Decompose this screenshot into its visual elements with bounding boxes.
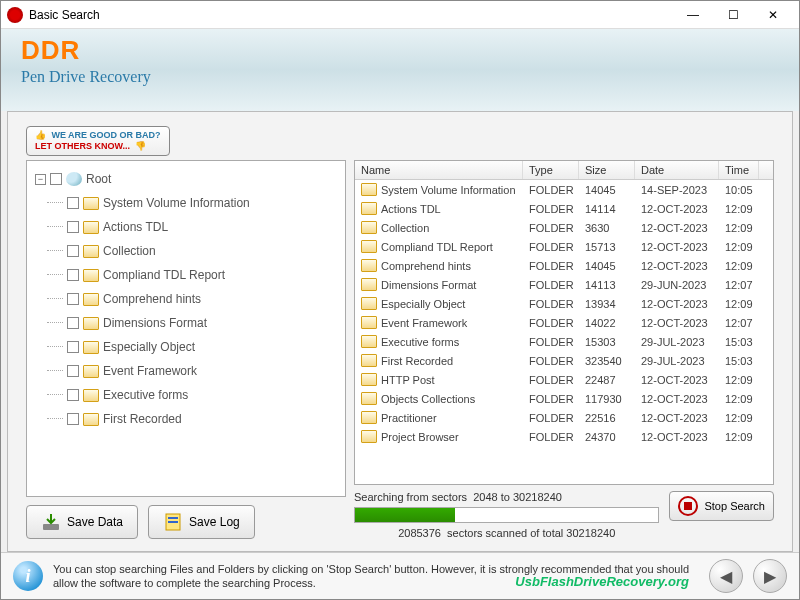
tree-item-label: Executive forms [103, 388, 188, 402]
tree-root-label: Root [86, 172, 111, 186]
thumb-up-icon: 👍 [35, 130, 46, 140]
thumb-down-icon: 👎 [135, 141, 146, 151]
checkbox[interactable] [67, 293, 79, 305]
folder-icon [361, 202, 377, 215]
tree-item-label: Comprehend hints [103, 292, 201, 306]
checkbox[interactable] [67, 389, 79, 401]
folder-icon [83, 245, 99, 258]
folder-icon [83, 317, 99, 330]
save-log-button[interactable]: Save Log [148, 505, 255, 539]
checkbox[interactable] [50, 173, 62, 185]
feedback-button[interactable]: 👍 WE ARE GOOD OR BAD? LET OTHERS KNOW...… [26, 126, 170, 156]
stop-search-button[interactable]: Stop Search [669, 491, 774, 521]
checkbox[interactable] [67, 413, 79, 425]
progress-status: 2085376 sectors scanned of total 3021824… [354, 527, 659, 539]
info-icon: i [13, 561, 43, 591]
tree-item-label: Event Framework [103, 364, 197, 378]
checkbox[interactable] [67, 365, 79, 377]
checkbox[interactable] [67, 245, 79, 257]
file-grid[interactable]: NameTypeSizeDateTimeSystem Volume Inform… [355, 161, 773, 484]
tree-item[interactable]: Comprehend hints [31, 287, 341, 311]
save-data-button[interactable]: Save Data [26, 505, 138, 539]
site-label: UsbFlashDriveRecovery.org [515, 574, 689, 589]
tree-item[interactable]: First Recorded [31, 407, 341, 431]
app-icon [7, 7, 23, 23]
minimize-button[interactable]: — [673, 4, 713, 26]
table-row[interactable]: HTTP PostFOLDER2248712-OCT-202312:09 [355, 370, 773, 389]
folder-icon [83, 413, 99, 426]
tree-item[interactable]: Actions TDL [31, 215, 341, 239]
checkbox[interactable] [67, 197, 79, 209]
table-row[interactable]: Actions TDLFOLDER1411412-OCT-202312:09 [355, 199, 773, 218]
tree-item[interactable]: Compliand TDL Report [31, 263, 341, 287]
action-buttons: Save Data Save Log [26, 497, 346, 539]
app-window: Basic Search — ☐ ✕ DDR Pen Drive Recover… [0, 0, 800, 600]
checkbox[interactable] [67, 269, 79, 281]
next-button[interactable]: ▶ [753, 559, 787, 593]
banner: DDR Pen Drive Recovery [1, 29, 799, 111]
tree-panel: −RootSystem Volume InformationActions TD… [26, 160, 346, 497]
window-title: Basic Search [29, 8, 673, 22]
folder-icon [361, 373, 377, 386]
titlebar: Basic Search — ☐ ✕ [1, 1, 799, 29]
folder-icon [361, 411, 377, 424]
folder-icon [361, 221, 377, 234]
table-row[interactable]: Objects CollectionsFOLDER11793012-OCT-20… [355, 389, 773, 408]
file-grid-panel: NameTypeSizeDateTimeSystem Volume Inform… [354, 160, 774, 485]
table-row[interactable]: Especially ObjectFOLDER1393412-OCT-20231… [355, 294, 773, 313]
col-size[interactable]: Size [579, 161, 635, 179]
left-column: −RootSystem Volume InformationActions TD… [26, 160, 346, 539]
tree-item-label: System Volume Information [103, 196, 250, 210]
feedback-area: 👍 WE ARE GOOD OR BAD? LET OTHERS KNOW...… [26, 126, 774, 156]
folder-icon [361, 430, 377, 443]
progress-area: Searching from sectors 2048 to 30218240 … [354, 491, 774, 539]
tree-item[interactable]: Collection [31, 239, 341, 263]
save-log-icon [163, 512, 183, 532]
close-button[interactable]: ✕ [753, 4, 793, 26]
table-row[interactable]: System Volume InformationFOLDER1404514-S… [355, 180, 773, 199]
col-name[interactable]: Name [355, 161, 523, 179]
table-row[interactable]: Dimensions FormatFOLDER1411329-JUN-20231… [355, 275, 773, 294]
table-row[interactable]: Event FrameworkFOLDER1402212-OCT-202312:… [355, 313, 773, 332]
folder-icon [361, 316, 377, 329]
tree-item[interactable]: System Volume Information [31, 191, 341, 215]
tree-item[interactable]: Executive forms [31, 383, 341, 407]
footer: i You can stop searching Files and Folde… [1, 552, 799, 599]
folder-icon [83, 197, 99, 210]
tree-item-label: Especially Object [103, 340, 195, 354]
folder-icon [361, 240, 377, 253]
main-area: −RootSystem Volume InformationActions TD… [14, 160, 786, 545]
collapse-icon[interactable]: − [35, 174, 46, 185]
table-row[interactable]: Comprehend hintsFOLDER1404512-OCT-202312… [355, 256, 773, 275]
tree-item[interactable]: Especially Object [31, 335, 341, 359]
folder-icon [361, 278, 377, 291]
content-frame: 👍 WE ARE GOOD OR BAD? LET OTHERS KNOW...… [7, 111, 793, 552]
table-row[interactable]: Executive formsFOLDER1530329-JUL-202315:… [355, 332, 773, 351]
right-column: NameTypeSizeDateTimeSystem Volume Inform… [354, 160, 774, 539]
table-row[interactable]: Project BrowserFOLDER2437012-OCT-202312:… [355, 427, 773, 446]
progress-label: Searching from sectors 2048 to 30218240 [354, 491, 659, 503]
checkbox[interactable] [67, 341, 79, 353]
tree-item-label: Actions TDL [103, 220, 168, 234]
progress-fill [355, 508, 455, 522]
col-type[interactable]: Type [523, 161, 579, 179]
table-row[interactable]: PractitionerFOLDER2251612-OCT-202312:09 [355, 408, 773, 427]
folder-icon [83, 269, 99, 282]
col-date[interactable]: Date [635, 161, 719, 179]
tree-item[interactable]: Event Framework [31, 359, 341, 383]
tree-item[interactable]: Dimensions Format [31, 311, 341, 335]
col-time[interactable]: Time [719, 161, 759, 179]
prev-button[interactable]: ◀ [709, 559, 743, 593]
checkbox[interactable] [67, 221, 79, 233]
folder-icon [361, 335, 377, 348]
checkbox[interactable] [67, 317, 79, 329]
disk-icon [66, 172, 82, 186]
table-row[interactable]: Compliand TDL ReportFOLDER1571312-OCT-20… [355, 237, 773, 256]
tree-item-label: Dimensions Format [103, 316, 207, 330]
maximize-button[interactable]: ☐ [713, 4, 753, 26]
table-row[interactable]: CollectionFOLDER363012-OCT-202312:09 [355, 218, 773, 237]
table-row[interactable]: First RecordedFOLDER32354029-JUL-202315:… [355, 351, 773, 370]
folder-tree[interactable]: −RootSystem Volume InformationActions TD… [27, 161, 345, 496]
folder-icon [83, 221, 99, 234]
folder-icon [361, 392, 377, 405]
